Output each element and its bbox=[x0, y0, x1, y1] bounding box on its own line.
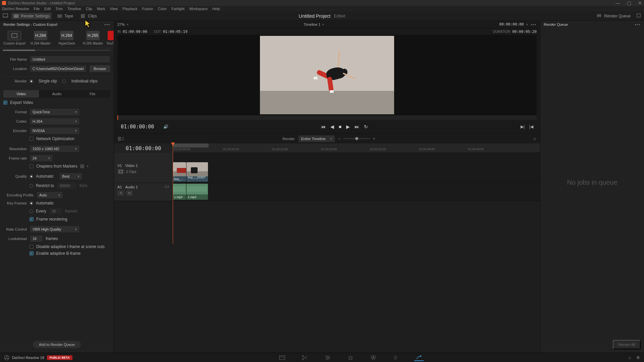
quality-select[interactable]: Best bbox=[59, 173, 83, 180]
encoder-select[interactable]: NVIDIA bbox=[30, 127, 80, 134]
disable-iframe-checkbox[interactable] bbox=[30, 245, 34, 249]
audio-mixer-icon[interactable]: ♫ bbox=[533, 136, 536, 141]
resolution-select[interactable]: 644 x 362 HD bbox=[30, 145, 80, 153]
menu-workspace[interactable]: Workspace bbox=[189, 7, 208, 11]
step-back-button[interactable]: ◀ bbox=[330, 124, 334, 129]
preset-hyperdeck[interactable]: H.264 HyperDeck bbox=[54, 31, 80, 45]
render-queue-toggle[interactable]: Render Queue bbox=[595, 13, 633, 19]
menu-edit[interactable]: Edit bbox=[44, 7, 51, 11]
timeline-ruler[interactable]: 01:00:00:00 01:00:09:05 01:00:16:00 01:0… bbox=[173, 143, 540, 153]
export-video-checkbox[interactable] bbox=[3, 101, 7, 105]
viewer-menu-icon[interactable]: ••• bbox=[531, 22, 537, 26]
goto-last-button[interactable]: ⏭ bbox=[355, 124, 359, 129]
filename-input[interactable] bbox=[30, 56, 110, 63]
menu-file[interactable]: File bbox=[34, 7, 40, 11]
zoom-out-button[interactable]: – bbox=[338, 136, 341, 141]
menu-timeline[interactable]: Timeline bbox=[67, 7, 81, 11]
chevron-down-icon[interactable]: ▾ bbox=[127, 23, 128, 26]
tab-video[interactable]: Video bbox=[3, 90, 39, 98]
panel-menu-icon[interactable]: ••• bbox=[104, 22, 110, 26]
goto-first-button[interactable]: ⏮ bbox=[321, 124, 326, 129]
color-page-tab[interactable] bbox=[369, 354, 378, 361]
media-page-tab[interactable] bbox=[277, 354, 287, 361]
tape-toggle[interactable]: Tape bbox=[55, 13, 75, 19]
play-button[interactable]: ▶ bbox=[346, 124, 350, 129]
chevron-down-icon[interactable]: ▾ bbox=[87, 165, 89, 168]
lookahead-input[interactable] bbox=[30, 235, 43, 242]
keyframes-auto-radio[interactable] bbox=[30, 201, 33, 205]
viewer[interactable] bbox=[117, 35, 537, 115]
next-button[interactable]: ▶| bbox=[521, 124, 525, 129]
out-timecode[interactable]: 01:00:05:19 bbox=[163, 29, 187, 34]
chevron-down-icon[interactable]: ▾ bbox=[322, 23, 324, 26]
keyframes-every-radio[interactable] bbox=[30, 209, 33, 213]
preset-custom[interactable]: Custom Export bbox=[1, 31, 28, 45]
track-enable-button[interactable] bbox=[117, 169, 124, 174]
audio-clip-1[interactable]: 1.mp3 bbox=[173, 184, 186, 200]
browse-button[interactable]: Browse bbox=[89, 65, 110, 72]
preset-scrollbar[interactable] bbox=[3, 50, 111, 51]
viewer-scrubber[interactable] bbox=[117, 115, 537, 120]
video-clip-2[interactable]: boy_-_21827 .. bbox=[186, 162, 208, 182]
profile-select[interactable]: Auto bbox=[36, 191, 63, 199]
mute-button[interactable]: M bbox=[126, 190, 133, 196]
loop-button[interactable]: ↻ bbox=[364, 124, 368, 129]
home-icon[interactable]: ⌂ bbox=[629, 355, 631, 360]
timeline-options-icon[interactable] bbox=[118, 136, 125, 141]
frame-reorder-checkbox[interactable] bbox=[30, 217, 34, 221]
queue-menu-icon[interactable]: ••• bbox=[635, 22, 641, 26]
marker-color-icon[interactable] bbox=[80, 164, 84, 168]
deliver-page-tab[interactable] bbox=[414, 354, 424, 361]
menu-trim[interactable]: Trim bbox=[55, 7, 63, 11]
cut-page-tab[interactable] bbox=[300, 354, 310, 361]
location-input[interactable] bbox=[30, 65, 87, 72]
workspace-icon[interactable] bbox=[3, 13, 8, 19]
viewer-zoom[interactable]: 27% bbox=[117, 22, 125, 26]
single-clip-radio[interactable] bbox=[30, 79, 33, 83]
quality-auto-radio[interactable] bbox=[30, 175, 33, 178]
enable-bframe-checkbox[interactable] bbox=[30, 251, 34, 255]
stop-button[interactable]: ■ bbox=[339, 124, 341, 129]
codec-select[interactable]: H.264 bbox=[30, 118, 80, 125]
close-button[interactable]: ✕ bbox=[638, 0, 642, 6]
format-select[interactable]: QuickTime bbox=[30, 108, 80, 116]
clips-toggle[interactable]: Clips bbox=[78, 13, 99, 19]
render-scope-select[interactable]: Entire Timeline bbox=[298, 135, 335, 142]
preset-h265-master[interactable]: H.265 H.265 Master bbox=[80, 31, 106, 45]
tab-audio[interactable]: Audio bbox=[39, 90, 74, 98]
preset-h264-master[interactable]: H.264 H.264 Master bbox=[28, 31, 54, 45]
solo-button[interactable]: S bbox=[117, 190, 124, 196]
quality-restrict-radio[interactable] bbox=[30, 184, 33, 188]
in-out-range[interactable] bbox=[173, 143, 209, 147]
zoom-slider[interactable] bbox=[343, 138, 370, 139]
menu-fairlight[interactable]: Fairlight bbox=[171, 7, 184, 11]
menu-mark[interactable]: Mark bbox=[97, 7, 105, 11]
track-id[interactable]: A1 bbox=[117, 185, 122, 189]
framerate-select[interactable]: 24 bbox=[30, 155, 53, 162]
menu-clip[interactable]: Clip bbox=[86, 7, 92, 11]
render-all-button[interactable]: Render All bbox=[613, 340, 641, 349]
network-opt-checkbox[interactable] bbox=[30, 137, 34, 141]
prev-button[interactable]: |◀ bbox=[529, 124, 533, 129]
menu-color[interactable]: Color bbox=[158, 7, 167, 11]
playhead[interactable] bbox=[173, 143, 173, 244]
timeline-name[interactable]: Timeline 1 bbox=[304, 22, 320, 26]
fairlight-page-tab[interactable] bbox=[391, 354, 401, 361]
rate-control-select[interactable]: VBR High Quality bbox=[30, 226, 80, 233]
menu-view[interactable]: View bbox=[110, 7, 118, 11]
video-clip-1[interactable]: boy_.. bbox=[173, 162, 186, 182]
ruler-timecode[interactable]: 01:00:00:00 bbox=[114, 143, 173, 153]
current-timecode[interactable]: 01:00:00:00 bbox=[121, 124, 154, 130]
menu-fusion[interactable]: Fusion bbox=[142, 7, 153, 11]
viewer-timecode[interactable]: 00:00:00:00 bbox=[499, 22, 524, 26]
chapters-checkbox[interactable] bbox=[30, 164, 34, 168]
expand-icon[interactable] bbox=[636, 13, 641, 19]
menu-davinciresolve[interactable]: DaVinci Resolve bbox=[2, 7, 29, 11]
edit-page-tab[interactable] bbox=[323, 354, 332, 361]
zoom-in-button[interactable]: + bbox=[373, 136, 375, 141]
tab-file[interactable]: File bbox=[75, 90, 110, 98]
chevron-down-icon[interactable]: ▾ bbox=[526, 23, 528, 26]
preset-youtube[interactable]: YouTu bbox=[106, 31, 114, 45]
track-id[interactable]: V1 bbox=[117, 164, 122, 168]
audio-clip-2[interactable]: 1.mp3 bbox=[186, 184, 208, 200]
